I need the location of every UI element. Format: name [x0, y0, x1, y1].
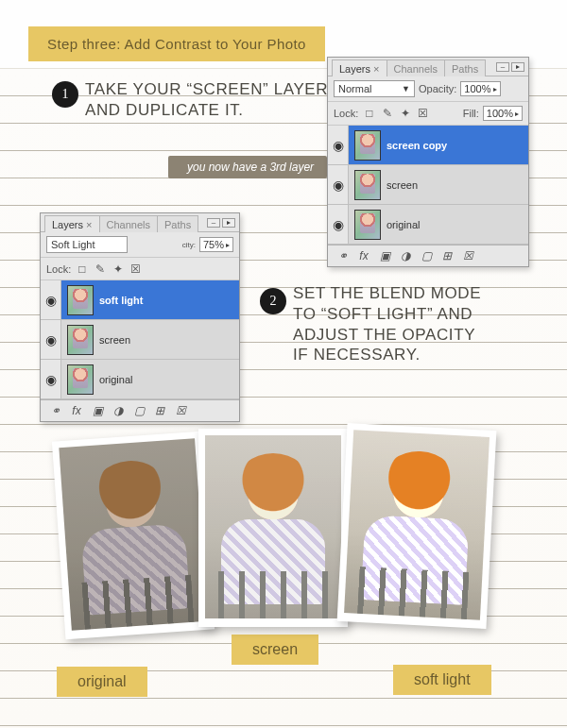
visibility-eye-icon[interactable]: ◉: [41, 320, 61, 359]
lock-transparency-icon[interactable]: □: [362, 107, 376, 121]
opacity-label: Opacity:: [419, 83, 456, 94]
layer-name[interactable]: original: [387, 219, 420, 230]
layer-thumbnail[interactable]: [354, 170, 381, 200]
panel-tabs: Layers Channels Paths – ▸: [41, 213, 239, 232]
tab-paths[interactable]: Paths: [444, 59, 486, 76]
blend-mode-value: Soft Light: [51, 239, 94, 250]
label-screen: screen: [232, 635, 318, 665]
label-soft-light: soft light: [393, 665, 491, 695]
layers-list: ◉ soft light ◉ screen ◉ original: [41, 280, 239, 399]
layer-name[interactable]: screen: [99, 334, 130, 346]
step-number-1: 1: [52, 81, 78, 108]
link-layers-icon[interactable]: ⚭: [48, 404, 63, 417]
layer-row-soft-light[interactable]: ◉ soft light: [41, 280, 239, 320]
layer-thumbnail[interactable]: [354, 130, 381, 161]
visibility-eye-icon[interactable]: ◉: [41, 280, 61, 319]
lock-label: Lock:: [46, 263, 71, 275]
new-folder-icon[interactable]: ▢: [419, 249, 434, 262]
layers-panel-2: Layers Channels Paths – ▸ Soft Light cit…: [40, 212, 240, 422]
panel-minimize-icon[interactable]: –: [207, 218, 220, 228]
layer-row-screen[interactable]: ◉ screen: [41, 320, 239, 360]
visibility-eye-icon[interactable]: ◉: [41, 360, 61, 398]
layer-mask-icon[interactable]: ▣: [377, 249, 392, 262]
panel-menu-icon[interactable]: ▸: [222, 218, 235, 228]
tab-layers[interactable]: Layers: [44, 215, 100, 232]
panel-menu-icon[interactable]: ▸: [511, 62, 524, 72]
step-1-text: TAKE YOUR “SCREEN” LAYER AND DUPLICATE I…: [85, 79, 331, 121]
layer-thumbnail[interactable]: [354, 210, 381, 240]
new-layer-icon[interactable]: ⊞: [152, 404, 167, 417]
fx-icon[interactable]: fx: [356, 249, 371, 262]
layer-row-screen-copy[interactable]: ◉ screen copy: [328, 126, 528, 165]
chevron-right-icon: ▸: [515, 110, 519, 118]
layer-name[interactable]: soft light: [99, 295, 143, 306]
lock-pixels-icon[interactable]: ✎: [380, 107, 394, 121]
layer-thumbnail[interactable]: [67, 364, 94, 395]
lock-label: Lock:: [334, 108, 358, 119]
blend-mode-value: Normal: [338, 83, 371, 94]
step-title: Step three: Add Contrast to Your Photo: [28, 26, 325, 61]
opacity-value: 100%: [464, 83, 490, 94]
layer-name[interactable]: screen copy: [387, 140, 447, 151]
lock-pixels-icon[interactable]: ✎: [93, 262, 107, 276]
callout-third-layer: you now have a 3rd layer: [168, 156, 327, 178]
tab-layers[interactable]: Layers: [332, 59, 387, 76]
new-folder-icon[interactable]: ▢: [131, 404, 146, 417]
visibility-eye-icon[interactable]: ◉: [328, 126, 349, 164]
layer-name[interactable]: screen: [387, 179, 418, 191]
adjustment-layer-icon[interactable]: ◑: [111, 404, 126, 417]
fx-icon[interactable]: fx: [69, 404, 84, 417]
panel-minimize-icon[interactable]: –: [496, 62, 509, 72]
step-number-2: 2: [260, 288, 286, 314]
chevron-down-icon: ▼: [402, 84, 410, 93]
trash-icon[interactable]: ☒: [460, 249, 475, 262]
layer-thumbnail[interactable]: [67, 325, 94, 355]
layer-thumbnail[interactable]: [67, 285, 94, 315]
tab-channels[interactable]: Channels: [387, 59, 445, 76]
lock-all-icon[interactable]: ☒: [129, 262, 143, 276]
fill-input[interactable]: 100%▸: [483, 106, 523, 121]
trash-icon[interactable]: ☒: [173, 404, 188, 417]
opacity-input[interactable]: 75%▸: [199, 237, 233, 252]
photo-soft-light: [337, 423, 497, 629]
chevron-right-icon: ▸: [493, 85, 497, 93]
blend-mode-dropdown[interactable]: Soft Light: [46, 236, 128, 253]
opacity-input[interactable]: 100%▸: [460, 81, 500, 96]
fill-value: 100%: [487, 108, 513, 119]
opacity-label-abbrev: city:: [182, 241, 196, 249]
blend-mode-dropdown[interactable]: Normal ▼: [334, 80, 415, 97]
step-2-text: SET THE BLEND MODE TO “SOFT LIGHT” AND A…: [293, 283, 491, 365]
layers-panel-1: Layers Channels Paths – ▸ Normal ▼ Opaci…: [327, 57, 529, 267]
lock-position-icon[interactable]: ✦: [398, 107, 412, 121]
tab-channels[interactable]: Channels: [99, 215, 158, 232]
panel-footer: ⚭ fx ▣ ◑ ▢ ⊞ ☒: [328, 245, 528, 266]
lock-position-icon[interactable]: ✦: [111, 262, 125, 276]
label-original: original: [57, 667, 147, 697]
adjustment-layer-icon[interactable]: ◑: [398, 249, 413, 262]
lock-all-icon[interactable]: ☒: [416, 107, 430, 121]
layer-name[interactable]: original: [99, 374, 132, 385]
link-layers-icon[interactable]: ⚭: [335, 249, 351, 262]
visibility-eye-icon[interactable]: ◉: [328, 205, 349, 244]
lock-transparency-icon[interactable]: □: [75, 262, 89, 276]
fill-label: Fill:: [463, 108, 479, 119]
layer-mask-icon[interactable]: ▣: [90, 404, 105, 417]
layer-row-original[interactable]: ◉ original: [41, 360, 239, 399]
visibility-eye-icon[interactable]: ◉: [328, 165, 349, 204]
photo-original: [52, 432, 215, 640]
chevron-right-icon: ▸: [226, 241, 230, 249]
new-layer-icon[interactable]: ⊞: [439, 249, 455, 262]
layer-row-screen[interactable]: ◉ screen: [328, 165, 528, 205]
layers-list: ◉ screen copy ◉ screen ◉ original: [328, 126, 528, 245]
photo-screen: [198, 429, 348, 627]
panel-footer: ⚭ fx ▣ ◑ ▢ ⊞ ☒: [41, 399, 239, 421]
tab-paths[interactable]: Paths: [157, 215, 198, 232]
layer-row-original[interactable]: ◉ original: [328, 205, 528, 245]
opacity-value: 75%: [203, 239, 224, 250]
panel-tabs: Layers Channels Paths – ▸: [328, 58, 528, 76]
